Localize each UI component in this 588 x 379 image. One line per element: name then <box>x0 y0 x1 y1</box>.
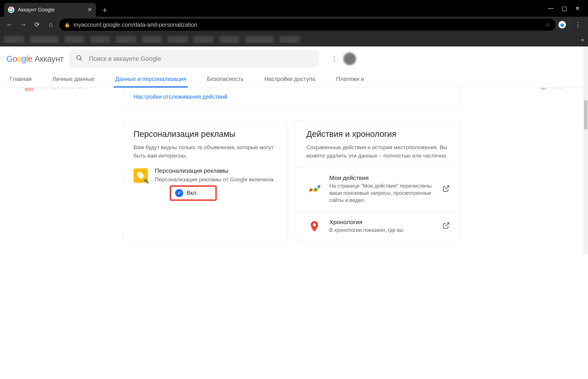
card-description: Вам будут видны только те объявления, ко… <box>134 143 277 160</box>
tab-close-icon[interactable]: ✕ <box>88 7 92 13</box>
status-highlight: ✓ Вкл. <box>170 185 217 201</box>
tab-sharing[interactable]: Настройки доступа <box>263 71 317 88</box>
close-icon[interactable]: ✕ <box>575 5 580 12</box>
bookmark-item[interactable] <box>219 36 239 43</box>
tab-payments[interactable]: Платежи и <box>334 71 366 88</box>
svg-line-8 <box>446 223 449 226</box>
search-icon <box>76 55 83 63</box>
google-header: Google Аккаунт Поиск в аккаунте Google ⋮ <box>0 46 583 71</box>
browser-tab[interactable]: Аккаунт Google ✕ <box>4 3 96 17</box>
timeline-item[interactable]: Хронология В хронологии показано, где вы <box>296 211 460 241</box>
tab-title: Аккаунт Google <box>18 7 84 13</box>
ad-tag-icon <box>134 168 148 183</box>
card-title: Действия и хронология <box>306 129 450 139</box>
content-scroll[interactable]: Настройки отслеживания действий Персонал… <box>0 88 583 248</box>
logo-suffix: Аккаунт <box>34 54 63 63</box>
tab-favicon <box>8 7 14 13</box>
svg-line-2 <box>80 59 82 61</box>
tab-security[interactable]: Безопасность <box>205 71 245 88</box>
chrome-menu-icon[interactable]: ⋮ <box>572 21 584 28</box>
bookmark-item[interactable] <box>280 36 300 43</box>
bookmark-star-icon[interactable]: ☆ <box>545 21 550 28</box>
svg-point-3 <box>310 188 312 191</box>
my-activity-item[interactable]: Мои действия На странице "Мои действия" … <box>296 168 460 211</box>
list-item-subtitle: В хронологии показано, где вы <box>329 227 436 234</box>
forward-button[interactable]: → <box>18 19 29 30</box>
lock-icon: 🔒 <box>64 22 70 28</box>
bookmark-item[interactable] <box>142 36 162 43</box>
minimize-icon[interactable]: — <box>548 5 554 12</box>
back-button[interactable]: ← <box>4 19 15 30</box>
check-icon: ✓ <box>175 189 183 197</box>
home-button[interactable]: ⌂ <box>45 19 56 30</box>
activity-graph-icon <box>306 181 322 197</box>
activity-card: Действия и хронология Сохраненные действ… <box>296 120 461 242</box>
ad-item-subtitle: Персонализация рекламы от Google включен… <box>155 176 275 184</box>
browser-chrome: Аккаунт Google ✕ ＋ — ▢ ✕ ← → ⟳ ⌂ 🔒 myacc… <box>0 0 588 46</box>
svg-line-6 <box>446 186 449 189</box>
bookmark-item[interactable] <box>90 36 110 43</box>
bookmark-bar: » <box>0 33 588 46</box>
location-pin-icon <box>306 218 322 234</box>
svg-point-7 <box>313 223 316 226</box>
list-item-title: Мои действия <box>329 174 436 181</box>
scrollbar-thumb[interactable] <box>584 100 587 129</box>
search-placeholder: Поиск в аккаунте Google <box>89 55 161 63</box>
tab-main[interactable]: Главная <box>8 71 33 88</box>
card-title: Персонализация рекламы <box>134 129 277 139</box>
bookmark-item[interactable] <box>194 36 214 43</box>
ad-personalization-card: Персонализация рекламы Вам будут видны т… <box>123 120 288 242</box>
titlebar: Аккаунт Google ✕ ＋ — ▢ ✕ <box>0 0 588 17</box>
reload-button[interactable]: ⟳ <box>32 19 42 30</box>
apps-menu-icon[interactable]: ⋮ <box>331 55 338 63</box>
ad-item-title: Персонализация рекламы <box>155 167 275 174</box>
bookmark-item[interactable] <box>245 36 274 43</box>
account-search[interactable]: Поиск в аккаунте Google <box>69 50 319 68</box>
tab-data-personalization[interactable]: Данные и персонализация <box>113 71 188 88</box>
tab-personal[interactable]: Личные данные <box>51 71 96 88</box>
new-tab-button[interactable]: ＋ <box>101 5 109 15</box>
page-content: История ме › История YouTube Вкл › Googl… <box>0 46 588 254</box>
bookmark-item[interactable] <box>30 36 59 43</box>
bookmark-item[interactable] <box>64 36 84 43</box>
status-label: Вкл. <box>187 190 198 196</box>
open-external-icon <box>442 222 450 231</box>
address-bar: ← → ⟳ ⌂ 🔒 myaccount.google.com/data-and-… <box>0 17 588 33</box>
card-description: Сохраненные действия и история местополо… <box>306 143 450 160</box>
bookmark-item[interactable] <box>4 36 24 43</box>
extension-icon[interactable]: ◉ <box>558 21 566 28</box>
svg-point-4 <box>314 188 317 191</box>
svg-point-5 <box>318 185 320 188</box>
bookmark-item[interactable] <box>168 36 188 43</box>
bookmark-overflow-icon[interactable]: » <box>581 37 584 43</box>
list-item-title: Хронология <box>329 219 436 226</box>
bookmark-item[interactable] <box>116 36 136 43</box>
account-avatar[interactable] <box>343 53 356 65</box>
window-controls: — ▢ ✕ <box>540 5 588 12</box>
divider <box>569 21 569 29</box>
nav-tabs: Главная Личные данные Данные и персонали… <box>0 71 583 88</box>
maximize-icon[interactable]: ▢ <box>562 5 567 12</box>
svg-point-1 <box>77 56 81 60</box>
open-external-icon <box>442 185 450 194</box>
ad-personalization-item[interactable]: Персонализация рекламы Персонализация ре… <box>123 167 287 209</box>
url-field[interactable]: 🔒 myaccount.google.com/data-and-personal… <box>59 19 556 31</box>
url-text: myaccount.google.com/data-and-personaliz… <box>74 22 542 28</box>
list-item-subtitle: На странице "Мои действия" перечислены в… <box>329 182 436 204</box>
google-logo[interactable]: Google Аккаунт <box>6 54 64 64</box>
scrollbar[interactable] <box>583 46 588 254</box>
